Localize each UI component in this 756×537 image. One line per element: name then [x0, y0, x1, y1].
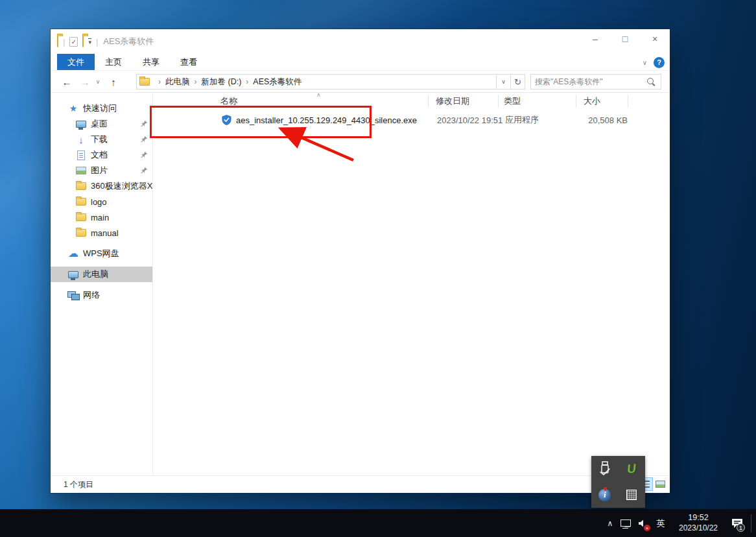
forward-button[interactable]: →	[77, 71, 93, 93]
expand-ribbon-icon[interactable]: ∨	[643, 59, 647, 66]
mute-badge: ×	[644, 525, 650, 531]
search-input[interactable]	[531, 77, 647, 86]
sidebar-item-documents[interactable]: 文档	[51, 147, 152, 163]
pin-icon	[141, 167, 148, 174]
search-box	[530, 74, 661, 90]
column-header-date[interactable]: 修改日期	[436, 93, 469, 110]
breadcrumb-this-pc[interactable]: 此电脑	[165, 77, 190, 88]
taskbar[interactable]: ∧ × 英 19:52 2023/10/22 1	[0, 509, 756, 537]
breadcrumb[interactable]: › 此电脑 › 新加卷 (D:) › AES杀毒软件	[136, 74, 497, 90]
tab-file[interactable]: 文件	[57, 54, 95, 70]
volume-muted-icon[interactable]: ×	[634, 509, 651, 537]
maximize-button[interactable]: □	[610, 29, 640, 49]
sidebar-item-logo[interactable]: logo	[51, 194, 152, 209]
tray-overflow-popup: U i	[591, 456, 645, 508]
customize-qat-dropdown-icon[interactable]: ▾	[88, 38, 91, 45]
address-bar: ← → ∨ ↑ › 此电脑 › 新加卷 (D:) › AES杀毒软件 ∨ ↻	[51, 71, 670, 93]
properties-icon[interactable]: ✓	[69, 37, 78, 47]
breadcrumb-separator: ›	[158, 77, 161, 86]
document-icon	[75, 150, 87, 160]
clock-date: 2023/10/22	[673, 523, 724, 533]
folder-icon	[75, 229, 87, 237]
file-list: ∧ 名称 修改日期 类型 大小 aes_installer_10.255.129…	[153, 93, 670, 475]
file-type-cell: 应用程序	[505, 114, 539, 126]
file-size-cell: 20,508 KB	[546, 115, 628, 125]
sidebar-item-network[interactable]: 网络	[51, 287, 152, 303]
notification-badge: 1	[737, 523, 745, 532]
folder-icon	[75, 198, 87, 206]
minimize-button[interactable]: –	[580, 29, 610, 49]
sidebar-item-360-browser-download[interactable]: 360极速浏览器X下载	[51, 178, 152, 194]
qat-separator: |	[96, 37, 98, 47]
folder-icon	[75, 213, 87, 221]
status-bar: 1 个项目	[51, 475, 670, 493]
sidebar-item-downloads[interactable]: ↓ 下载	[51, 132, 152, 147]
sidebar-item-desktop[interactable]: 桌面	[51, 116, 152, 132]
tab-view[interactable]: 查看	[170, 54, 207, 70]
sidebar-item-manual[interactable]: manual	[51, 225, 152, 241]
close-button[interactable]: ×	[640, 29, 670, 49]
up-button[interactable]: ↑	[105, 71, 122, 93]
search-icon[interactable]	[647, 78, 656, 86]
tab-share[interactable]: 共享	[132, 54, 170, 70]
sidebar-item-quick-access[interactable]: ★ 快速访问	[51, 101, 152, 116]
sidebar-item-pictures[interactable]: 图片	[51, 163, 152, 178]
back-button[interactable]: ←	[58, 71, 75, 93]
sort-ascending-icon[interactable]: ∧	[316, 91, 321, 98]
computer-icon	[67, 271, 79, 278]
pictures-icon	[75, 167, 87, 174]
tray-expand-icon[interactable]: ∧	[603, 519, 617, 528]
new-folder-icon[interactable]	[82, 36, 84, 47]
sidebar-item-this-pc[interactable]: 此电脑	[51, 267, 152, 282]
u-tool-icon[interactable]: U	[626, 461, 637, 476]
cloud-icon: ☁	[67, 248, 79, 259]
grid-app-icon[interactable]	[626, 490, 637, 500]
thumbnails-view-icon	[656, 481, 665, 488]
pin-icon	[141, 136, 148, 143]
taskbar-clock[interactable]: 19:52 2023/10/22	[673, 513, 724, 533]
window-title: AES杀毒软件	[103, 36, 154, 47]
column-header-type[interactable]: 类型	[504, 93, 521, 110]
annotation-arrow	[263, 115, 366, 171]
breadcrumb-drive-d[interactable]: 新加卷 (D:)	[202, 77, 242, 88]
navigation-pane: ★ 快速访问 桌面 ↓ 下载 文档 图片	[51, 93, 153, 475]
tab-home[interactable]: 主页	[95, 54, 132, 70]
desktop: { "icons": { "qat_separator": "|", "qat_…	[0, 0, 756, 537]
file-date-cell: 2023/10/22 19:51	[437, 115, 502, 125]
explorer-window: | ✓ ▾ | AES杀毒软件 – □ × 文件 主页 共享 查看 ∨ ? ← …	[51, 29, 670, 493]
star-icon: ★	[67, 104, 79, 113]
network-status-icon[interactable]	[617, 509, 634, 537]
show-desktop-button[interactable]	[751, 509, 756, 537]
breadcrumb-separator: ›	[246, 77, 248, 86]
action-center-button[interactable]: 1	[726, 509, 748, 537]
desktop-icon	[75, 121, 87, 128]
download-icon: ↓	[75, 135, 87, 145]
sidebar-item-wps-cloud[interactable]: ☁ WPS网盘	[51, 246, 152, 261]
breadcrumb-current-folder[interactable]: AES杀毒软件	[253, 77, 301, 88]
pin-icon	[141, 151, 148, 158]
ime-language-indicator[interactable]: 英	[651, 518, 670, 529]
qat-separator: |	[63, 37, 65, 47]
network-icon	[67, 291, 79, 300]
pin-icon	[141, 120, 148, 127]
folder-icon	[139, 78, 150, 86]
address-dropdown-icon[interactable]: ∨	[497, 74, 511, 90]
folder-icon	[75, 182, 87, 190]
clock-time: 19:52	[673, 513, 724, 523]
window-controls: – □ ×	[580, 29, 670, 49]
thumbnails-view-button[interactable]	[653, 477, 668, 491]
column-header-size[interactable]: 大小	[584, 93, 600, 110]
help-icon[interactable]: ?	[654, 57, 665, 68]
usb-safely-remove-icon[interactable]	[598, 461, 612, 477]
quick-access-toolbar: | ✓ ▾ |	[57, 36, 98, 47]
refresh-icon[interactable]: ↻	[511, 74, 525, 90]
info-ball-icon[interactable]: i	[598, 489, 611, 501]
sidebar-item-main[interactable]: main	[51, 209, 152, 225]
breadcrumb-separator: ›	[195, 77, 197, 86]
title-bar[interactable]: | ✓ ▾ | AES杀毒软件 – □ ×	[51, 29, 670, 54]
system-tray: ∧ × 英 19:52 2023/10/22 1	[603, 509, 756, 537]
recent-locations-icon[interactable]: ∨	[92, 71, 104, 93]
explorer-window-icon	[57, 36, 58, 47]
item-count: 1 个项目	[64, 479, 93, 490]
ribbon-tab-bar: 文件 主页 共享 查看 ∨ ?	[51, 54, 670, 71]
